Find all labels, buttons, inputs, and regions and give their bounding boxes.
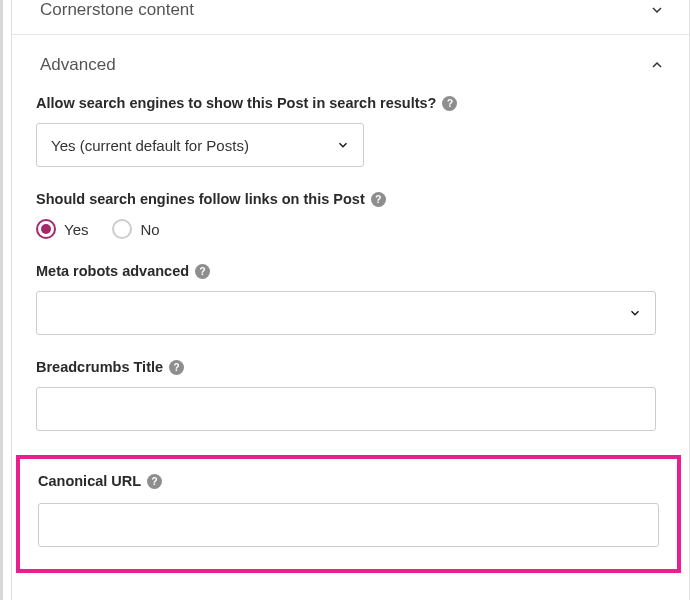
follow-links-no-radio[interactable]: No xyxy=(112,219,159,239)
allow-index-field: Allow search engines to show this Post i… xyxy=(36,95,665,167)
cornerstone-title: Cornerstone content xyxy=(40,0,194,20)
breadcrumbs-title-label: Breadcrumbs Title xyxy=(36,359,163,375)
follow-links-no-label: No xyxy=(140,221,159,238)
help-icon[interactable]: ? xyxy=(195,264,210,279)
chevron-up-icon xyxy=(649,57,665,73)
meta-robots-label: Meta robots advanced xyxy=(36,263,189,279)
help-icon[interactable]: ? xyxy=(169,360,184,375)
help-icon[interactable]: ? xyxy=(442,96,457,111)
cornerstone-section-header[interactable]: Cornerstone content xyxy=(12,0,689,35)
radio-selected-icon xyxy=(36,219,56,239)
follow-links-yes-radio[interactable]: Yes xyxy=(36,219,88,239)
meta-robots-select[interactable] xyxy=(36,291,656,335)
follow-links-yes-label: Yes xyxy=(64,221,88,238)
allow-index-select[interactable] xyxy=(36,123,364,167)
advanced-section-content: Allow search engines to show this Post i… xyxy=(12,95,689,431)
radio-unselected-icon xyxy=(112,219,132,239)
follow-links-field: Should search engines follow links on th… xyxy=(36,191,665,239)
canonical-url-input[interactable] xyxy=(38,503,659,547)
help-icon[interactable]: ? xyxy=(371,192,386,207)
meta-robots-field: Meta robots advanced ? xyxy=(36,263,665,335)
allow-index-label: Allow search engines to show this Post i… xyxy=(36,95,436,111)
breadcrumbs-title-input[interactable] xyxy=(36,387,656,431)
help-icon[interactable]: ? xyxy=(147,474,162,489)
advanced-section-header[interactable]: Advanced xyxy=(12,35,689,95)
follow-links-label: Should search engines follow links on th… xyxy=(36,191,365,207)
advanced-title: Advanced xyxy=(40,55,116,75)
canonical-url-label: Canonical URL xyxy=(38,473,141,489)
breadcrumbs-title-field: Breadcrumbs Title ? xyxy=(36,359,665,431)
chevron-down-icon xyxy=(649,2,665,18)
canonical-url-highlight: Canonical URL ? xyxy=(16,455,681,573)
